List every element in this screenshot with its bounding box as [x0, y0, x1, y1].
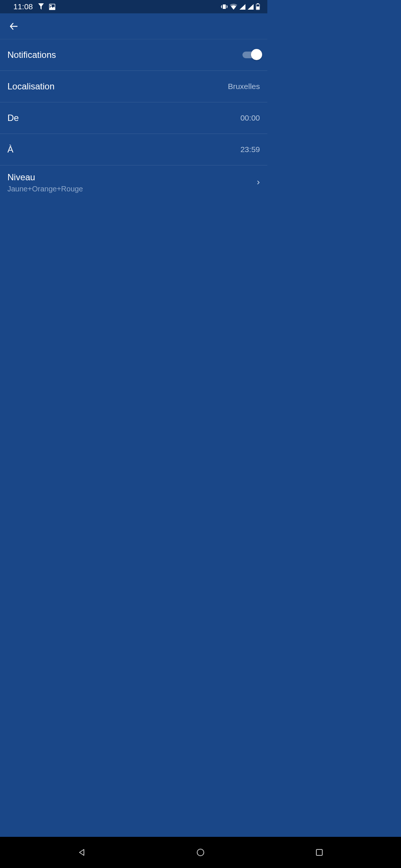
level-row[interactable]: Niveau Jaune+Orange+Rouge	[0, 165, 267, 200]
level-left: Niveau Jaune+Orange+Rouge	[7, 172, 83, 193]
level-right	[254, 179, 260, 187]
signal-icon-1	[239, 4, 245, 10]
notifications-label: Notifications	[7, 50, 56, 60]
vibrate-icon	[221, 4, 228, 10]
to-label: À	[7, 144, 13, 155]
arrow-left-icon	[9, 22, 19, 31]
battery-icon	[256, 3, 260, 10]
to-value: 23:59	[240, 145, 260, 154]
filter-icon	[38, 3, 44, 10]
status-right	[221, 3, 260, 10]
status-bar: 11:08	[0, 0, 267, 13]
location-value: Bruxelles	[228, 82, 260, 91]
back-button[interactable]	[9, 22, 19, 31]
notifications-toggle-wrap	[242, 52, 260, 58]
from-value: 00:00	[240, 114, 260, 122]
from-label: De	[7, 113, 19, 123]
notifications-toggle[interactable]	[242, 52, 260, 58]
chevron-right-icon	[257, 179, 260, 187]
image-icon	[49, 4, 55, 10]
wifi-icon	[230, 4, 237, 10]
to-row[interactable]: À 23:59	[0, 134, 267, 165]
svg-rect-4	[257, 3, 259, 4]
notifications-row[interactable]: Notifications	[0, 39, 267, 71]
signal-icon-2	[248, 4, 254, 10]
toggle-thumb	[251, 49, 262, 60]
from-row[interactable]: De 00:00	[0, 102, 267, 134]
level-label: Niveau	[7, 172, 83, 183]
svg-rect-5	[257, 7, 259, 9]
status-left: 11:08	[13, 2, 55, 11]
status-time: 11:08	[13, 2, 33, 11]
settings-list: Notifications Localisation Bruxelles De …	[0, 39, 267, 200]
location-label: Localisation	[7, 81, 55, 92]
location-row[interactable]: Localisation Bruxelles	[0, 71, 267, 102]
app-bar	[0, 13, 267, 39]
svg-point-1	[50, 5, 51, 6]
level-value: Jaune+Orange+Rouge	[7, 185, 83, 193]
svg-rect-2	[223, 4, 226, 9]
